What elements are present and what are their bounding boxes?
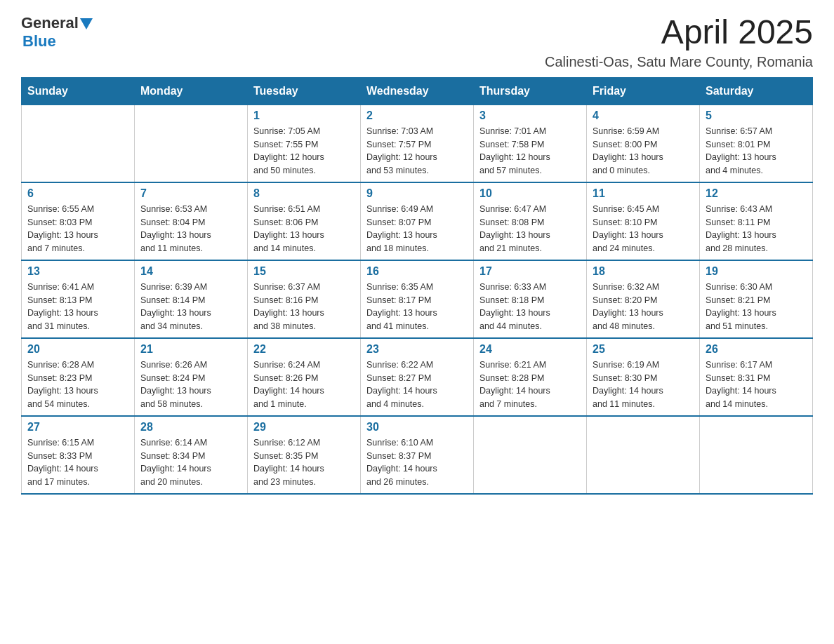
day-info: Sunrise: 6:37 AM Sunset: 8:16 PM Dayligh… [253, 281, 355, 333]
calendar-cell: 6Sunrise: 6:55 AM Sunset: 8:03 PM Daylig… [22, 182, 135, 260]
day-number: 30 [366, 421, 468, 434]
day-info: Sunrise: 6:26 AM Sunset: 8:24 PM Dayligh… [140, 358, 241, 411]
day-info: Sunrise: 6:59 AM Sunset: 8:00 PM Dayligh… [593, 125, 694, 177]
calendar-cell: 25Sunrise: 6:19 AM Sunset: 8:30 PM Dayli… [587, 338, 700, 416]
calendar-cell: 28Sunrise: 6:14 AM Sunset: 8:34 PM Dayli… [135, 416, 248, 494]
day-number: 10 [479, 187, 581, 200]
day-number: 19 [706, 265, 807, 278]
calendar-cell [700, 416, 813, 494]
calendar-cell: 24Sunrise: 6:21 AM Sunset: 8:28 PM Dayli… [474, 338, 587, 416]
day-info: Sunrise: 6:28 AM Sunset: 8:23 PM Dayligh… [27, 358, 128, 411]
calendar-cell [22, 105, 135, 182]
column-header-wednesday: Wednesday [361, 77, 474, 105]
calendar-cell: 5Sunrise: 6:57 AM Sunset: 8:01 PM Daylig… [700, 105, 813, 182]
calendar-cell: 27Sunrise: 6:15 AM Sunset: 8:33 PM Dayli… [22, 416, 135, 494]
column-header-tuesday: Tuesday [248, 77, 361, 105]
week-row-4: 20Sunrise: 6:28 AM Sunset: 8:23 PM Dayli… [22, 338, 813, 416]
day-number: 3 [479, 109, 581, 122]
column-header-friday: Friday [587, 77, 700, 105]
calendar-cell: 12Sunrise: 6:43 AM Sunset: 8:11 PM Dayli… [700, 182, 813, 260]
day-number: 1 [253, 109, 355, 122]
calendar-cell: 17Sunrise: 6:33 AM Sunset: 8:18 PM Dayli… [474, 260, 587, 338]
column-header-thursday: Thursday [474, 77, 587, 105]
page-header: General Blue April 2025 Calinesti-Oas, S… [21, 14, 813, 70]
day-info: Sunrise: 6:21 AM Sunset: 8:28 PM Dayligh… [479, 358, 581, 411]
week-row-1: 1Sunrise: 7:05 AM Sunset: 7:55 PM Daylig… [22, 105, 813, 182]
day-info: Sunrise: 6:12 AM Sunset: 8:35 PM Dayligh… [253, 436, 355, 489]
day-info: Sunrise: 6:19 AM Sunset: 8:30 PM Dayligh… [593, 358, 694, 411]
day-info: Sunrise: 6:57 AM Sunset: 8:01 PM Dayligh… [706, 125, 807, 177]
day-info: Sunrise: 6:30 AM Sunset: 8:21 PM Dayligh… [706, 281, 807, 333]
calendar-cell: 9Sunrise: 6:49 AM Sunset: 8:07 PM Daylig… [361, 182, 474, 260]
day-number: 24 [479, 343, 581, 356]
day-info: Sunrise: 6:55 AM Sunset: 8:03 PM Dayligh… [27, 203, 128, 255]
day-number: 5 [706, 109, 807, 122]
day-info: Sunrise: 7:03 AM Sunset: 7:57 PM Dayligh… [366, 125, 468, 177]
calendar-cell: 15Sunrise: 6:37 AM Sunset: 8:16 PM Dayli… [248, 260, 361, 338]
day-number: 13 [27, 265, 128, 278]
day-number: 16 [366, 265, 468, 278]
logo-blue: Blue [22, 32, 56, 50]
day-number: 29 [253, 421, 355, 434]
logo: General Blue [21, 14, 93, 51]
day-number: 20 [27, 343, 128, 356]
day-number: 28 [140, 421, 241, 434]
calendar-cell: 20Sunrise: 6:28 AM Sunset: 8:23 PM Dayli… [22, 338, 135, 416]
title-block: April 2025 Calinesti-Oas, Satu Mare Coun… [545, 14, 813, 70]
column-header-saturday: Saturday [700, 77, 813, 105]
calendar-cell: 3Sunrise: 7:01 AM Sunset: 7:58 PM Daylig… [474, 105, 587, 182]
day-number: 9 [366, 187, 468, 200]
calendar-cell: 2Sunrise: 7:03 AM Sunset: 7:57 PM Daylig… [361, 105, 474, 182]
calendar-cell [587, 416, 700, 494]
calendar-cell: 19Sunrise: 6:30 AM Sunset: 8:21 PM Dayli… [700, 260, 813, 338]
calendar-cell [474, 416, 587, 494]
day-info: Sunrise: 6:14 AM Sunset: 8:34 PM Dayligh… [140, 436, 241, 489]
calendar-cell: 1Sunrise: 7:05 AM Sunset: 7:55 PM Daylig… [248, 105, 361, 182]
day-info: Sunrise: 6:10 AM Sunset: 8:37 PM Dayligh… [366, 436, 468, 489]
calendar-cell: 4Sunrise: 6:59 AM Sunset: 8:00 PM Daylig… [587, 105, 700, 182]
calendar-cell: 18Sunrise: 6:32 AM Sunset: 8:20 PM Dayli… [587, 260, 700, 338]
day-number: 4 [593, 109, 694, 122]
day-info: Sunrise: 6:45 AM Sunset: 8:10 PM Dayligh… [593, 203, 694, 255]
day-info: Sunrise: 7:01 AM Sunset: 7:58 PM Dayligh… [479, 125, 581, 177]
day-info: Sunrise: 6:17 AM Sunset: 8:31 PM Dayligh… [706, 358, 807, 411]
calendar-title: April 2025 [545, 14, 813, 51]
calendar-cell [135, 105, 248, 182]
week-row-2: 6Sunrise: 6:55 AM Sunset: 8:03 PM Daylig… [22, 182, 813, 260]
day-info: Sunrise: 6:32 AM Sunset: 8:20 PM Dayligh… [593, 281, 694, 333]
week-row-5: 27Sunrise: 6:15 AM Sunset: 8:33 PM Dayli… [22, 416, 813, 494]
column-header-monday: Monday [135, 77, 248, 105]
day-info: Sunrise: 6:35 AM Sunset: 8:17 PM Dayligh… [366, 281, 468, 333]
column-header-sunday: Sunday [22, 77, 135, 105]
day-number: 26 [706, 343, 807, 356]
calendar-cell: 29Sunrise: 6:12 AM Sunset: 8:35 PM Dayli… [248, 416, 361, 494]
calendar-cell: 11Sunrise: 6:45 AM Sunset: 8:10 PM Dayli… [587, 182, 700, 260]
calendar-cell: 7Sunrise: 6:53 AM Sunset: 8:04 PM Daylig… [135, 182, 248, 260]
logo-general: General [21, 14, 79, 32]
day-info: Sunrise: 6:41 AM Sunset: 8:13 PM Dayligh… [27, 281, 128, 333]
day-number: 22 [253, 343, 355, 356]
day-number: 18 [593, 265, 694, 278]
day-number: 14 [140, 265, 241, 278]
day-info: Sunrise: 6:43 AM Sunset: 8:11 PM Dayligh… [706, 203, 807, 255]
calendar-cell: 14Sunrise: 6:39 AM Sunset: 8:14 PM Dayli… [135, 260, 248, 338]
day-number: 12 [706, 187, 807, 200]
day-info: Sunrise: 6:39 AM Sunset: 8:14 PM Dayligh… [140, 281, 241, 333]
calendar-cell: 10Sunrise: 6:47 AM Sunset: 8:08 PM Dayli… [474, 182, 587, 260]
day-number: 23 [366, 343, 468, 356]
day-number: 27 [27, 421, 128, 434]
calendar-cell: 16Sunrise: 6:35 AM Sunset: 8:17 PM Dayli… [361, 260, 474, 338]
day-number: 21 [140, 343, 241, 356]
day-info: Sunrise: 6:49 AM Sunset: 8:07 PM Dayligh… [366, 203, 468, 255]
day-number: 11 [593, 187, 694, 200]
calendar-cell: 8Sunrise: 6:51 AM Sunset: 8:06 PM Daylig… [248, 182, 361, 260]
calendar-body: 1Sunrise: 7:05 AM Sunset: 7:55 PM Daylig… [22, 105, 813, 494]
calendar-header-row: SundayMondayTuesdayWednesdayThursdayFrid… [22, 77, 813, 105]
day-number: 6 [27, 187, 128, 200]
calendar-table: SundayMondayTuesdayWednesdayThursdayFrid… [21, 77, 813, 495]
day-number: 8 [253, 187, 355, 200]
day-info: Sunrise: 6:15 AM Sunset: 8:33 PM Dayligh… [27, 436, 128, 489]
day-number: 17 [479, 265, 581, 278]
day-number: 15 [253, 265, 355, 278]
day-number: 7 [140, 187, 241, 200]
